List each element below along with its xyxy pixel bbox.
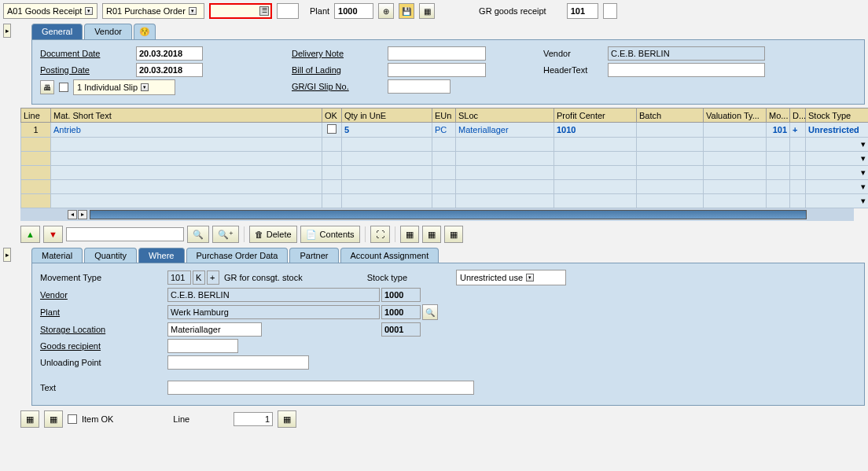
tab-partner[interactable]: Partner <box>289 248 338 263</box>
text-input[interactable] <box>167 381 474 395</box>
save-icon[interactable]: 💾 <box>399 3 414 19</box>
tab-account-assignment[interactable]: Account Assignment <box>340 248 440 263</box>
stock-type-dropdown[interactable]: Unrestricted use▾ <box>456 270 566 285</box>
collapse-header-icon[interactable]: ▸ <box>3 24 11 38</box>
bol-label: Bill of Lading <box>292 65 386 75</box>
ok-checkbox[interactable] <box>327 124 337 134</box>
stock-type-label: Stock type <box>367 273 407 282</box>
overview-icon[interactable]: ▦ <box>419 3 435 19</box>
find-input[interactable] <box>66 227 184 241</box>
po-item-input[interactable] <box>277 3 299 19</box>
post-date-label: Posting Date <box>40 65 134 75</box>
sort-asc-button[interactable]: ▲ <box>20 226 40 243</box>
goods-recipient-input[interactable] <box>167 339 238 353</box>
tab-where[interactable]: Where <box>138 248 184 263</box>
find-next-button[interactable]: 🔍⁺ <box>212 226 239 243</box>
col-pc[interactable]: Profit Center <box>554 109 637 123</box>
slip-dropdown[interactable]: 1 Individual Slip▾ <box>73 79 175 95</box>
scroll-right-icon[interactable]: ▸ <box>78 210 87 219</box>
tab-more-icon[interactable]: 😚 <box>134 24 156 39</box>
post-date-input[interactable]: 20.03.2018 <box>136 63 203 77</box>
po-number-input[interactable]: ☰ <box>209 3 272 19</box>
vendor-label-d: Vendor <box>40 290 166 300</box>
grgi-label: GR/GI Slip No. <box>292 82 386 91</box>
col-eun[interactable]: EUn <box>432 109 456 123</box>
col-batch[interactable]: Batch <box>637 109 704 123</box>
next-item-button[interactable]: ▦ <box>44 410 63 428</box>
col-d[interactable]: D... <box>790 109 806 123</box>
gr-label: GR goods receipt <box>479 6 546 16</box>
layout-button-3[interactable]: ▦ <box>444 226 463 243</box>
gr-code-input[interactable]: 101 <box>567 3 598 19</box>
table-row[interactable]: 1 Antrieb 5 PC Materiallager 1010 101 + … <box>21 123 869 138</box>
plant-name-d: Werk Hamburg <box>167 305 380 319</box>
mt-k: K <box>193 270 205 285</box>
table-row[interactable]: ▾ <box>21 138 869 152</box>
execute-icon[interactable]: ⊕ <box>378 3 394 19</box>
dropdown-icon: ▾ <box>85 7 93 15</box>
deliv-note-input[interactable] <box>388 46 486 61</box>
col-mat[interactable]: Mat. Short Text <box>51 109 322 123</box>
tab-material[interactable]: Material <box>31 248 83 263</box>
collapse-detail-icon[interactable]: ▸ <box>3 248 11 262</box>
table-row[interactable]: ▾ <box>21 152 869 166</box>
action-dropdown[interactable]: A01 Goods Receipt▾ <box>3 3 97 19</box>
doc-date-label: Document Date <box>40 49 134 58</box>
line-nav-button[interactable]: ▦ <box>278 410 296 428</box>
tab-pod[interactable]: Purchase Order Data <box>186 248 289 263</box>
contents-button[interactable]: 📄 Contents <box>300 226 360 243</box>
tab-general[interactable]: General <box>31 24 83 39</box>
table-row[interactable]: ▾ <box>21 194 869 208</box>
scroll-thumb[interactable] <box>90 210 807 219</box>
scroll-left-icon[interactable]: ◂ <box>68 210 77 219</box>
items-table[interactable]: Line Mat. Short Text OK Qty in UnE EUn S… <box>20 108 868 208</box>
reference-dropdown[interactable]: R01 Purchase Order▾ <box>102 3 204 19</box>
reference-value: R01 Purchase Order <box>106 6 186 16</box>
sloc-label-d: Storage Location <box>40 325 166 334</box>
movement-type-label: Movement Type <box>40 273 166 282</box>
headertext-input[interactable] <box>608 63 765 77</box>
col-mo[interactable]: Mo... <box>767 109 790 123</box>
plant-label-d: Plant <box>40 307 166 317</box>
gr-suffix-input[interactable] <box>603 3 617 19</box>
sloc-input-d[interactable]: Materiallager <box>167 322 262 337</box>
unloading-point-input[interactable] <box>167 355 309 370</box>
col-st[interactable]: Stock Type <box>806 109 869 123</box>
prev-item-button[interactable]: ▦ <box>20 410 39 428</box>
col-sloc[interactable]: SLoc <box>456 109 554 123</box>
col-ok[interactable]: OK <box>322 109 342 123</box>
vendor-display: C.E.B. BERLIN <box>608 46 765 61</box>
sort-desc-button[interactable]: ▼ <box>43 226 63 243</box>
plant-search-icon[interactable]: 🔍 <box>422 304 438 320</box>
mt-code: 101 <box>167 270 191 285</box>
print-icon[interactable]: 🖶 <box>40 80 54 94</box>
col-line[interactable]: Line <box>21 109 51 123</box>
detail-panel: Movement Type 101 K + GR for consgt. sto… <box>31 263 865 406</box>
bol-input[interactable] <box>388 63 486 77</box>
h-scrollbar[interactable]: ◂ ▸ <box>20 208 854 221</box>
table-row[interactable]: ▾ <box>21 166 869 180</box>
tab-vendor[interactable]: Vendor <box>84 24 132 39</box>
line-input[interactable]: 1 <box>234 412 273 426</box>
layout-button-2[interactable]: ▦ <box>422 226 441 243</box>
find-button[interactable]: 🔍 <box>187 226 209 243</box>
action-value: A01 Goods Receipt <box>7 6 82 16</box>
item-ok-checkbox[interactable] <box>68 414 77 424</box>
mt-text: GR for consgt. stock <box>224 273 303 282</box>
grgi-input[interactable] <box>388 79 451 94</box>
plant-label: Plant <box>310 6 329 16</box>
col-vt[interactable]: Valuation Ty... <box>704 109 767 123</box>
print-checkbox[interactable] <box>59 83 68 92</box>
expand-button[interactable]: ⛶ <box>370 226 390 243</box>
delete-button[interactable]: 🗑 Delete <box>249 226 297 243</box>
plant-input[interactable]: 1000 <box>334 3 373 19</box>
doc-date-input[interactable]: 20.03.2018 <box>136 46 203 61</box>
search-help-icon[interactable]: ☰ <box>259 6 269 16</box>
table-row[interactable]: ▾ <box>21 180 869 194</box>
item-ok-label: Item OK <box>82 414 113 424</box>
goods-recipient-label: Goods recipient <box>40 341 166 351</box>
tab-quantity[interactable]: Quantity <box>84 248 137 263</box>
layout-button-1[interactable]: ▦ <box>400 226 419 243</box>
col-qty[interactable]: Qty in UnE <box>342 109 432 123</box>
dropdown-icon: ▾ <box>189 7 197 15</box>
